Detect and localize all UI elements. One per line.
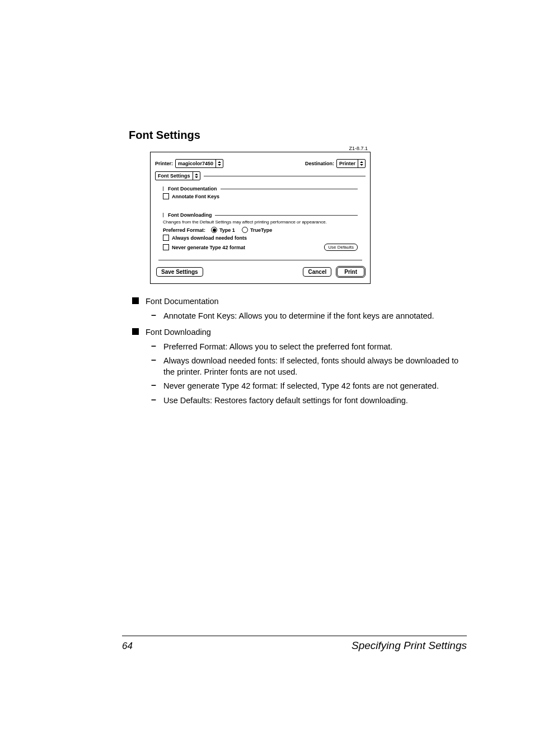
dash-bullet-icon: –	[151, 381, 157, 392]
dash-bullet-icon: –	[151, 356, 157, 377]
footer-title: Specifying Print Settings	[352, 640, 467, 652]
destination-select[interactable]: Printer	[336, 159, 366, 168]
dash-bullet-icon: –	[151, 311, 157, 322]
printer-label: Printer:	[155, 161, 173, 166]
list-item: – Use Defaults: Restores factory default…	[151, 395, 467, 407]
square-bullet-icon	[132, 328, 139, 335]
group-font-downloading: Font Downloading Changes from the Defaul…	[158, 209, 362, 256]
list-item: – Never generate Type 42 format: If sele…	[151, 381, 467, 392]
group-note: Changes from the Default Settings may af…	[163, 220, 358, 225]
checkbox-always-download[interactable]	[163, 235, 169, 241]
use-defaults-button[interactable]: Use Defaults	[324, 244, 358, 251]
checkbox-annotate-font-keys[interactable]	[163, 193, 169, 199]
footer-rule	[122, 636, 467, 636]
print-dialog: Z1-8.7.1 Printer: magicolor7450 Destinat…	[150, 152, 371, 284]
dash-bullet-icon: –	[151, 395, 157, 407]
print-button[interactable]: Print	[337, 267, 364, 277]
radio-truetype[interactable]	[242, 227, 248, 233]
destination-label: Destination:	[305, 161, 334, 166]
list-item: – Always download needed fonts: If selec…	[151, 356, 467, 377]
section-heading: Font Settings	[129, 129, 467, 142]
dialog-version: Z1-8.7.1	[349, 146, 368, 151]
checkbox-label: Annotate Font Keys	[172, 194, 219, 199]
list-item: Font Downloading	[129, 327, 467, 338]
destination-select-value: Printer	[339, 161, 358, 166]
cancel-button[interactable]: Cancel	[303, 267, 331, 277]
group-font-documentation: Font Documentation Annotate Font Keys	[158, 183, 362, 206]
square-bullet-icon	[132, 297, 139, 304]
radio-truetype-label: TrueType	[250, 227, 272, 233]
group-title: Font Documentation	[168, 186, 217, 192]
radio-type1-label: Type 1	[219, 227, 235, 233]
group-title: Font Downloading	[168, 212, 212, 218]
panel-select-value: Font Settings	[158, 173, 193, 179]
preferred-format-label: Preferred Format:	[163, 227, 205, 233]
save-settings-button[interactable]: Save Settings	[156, 267, 203, 277]
list-item: – Annotate Font Keys: Allows you to dete…	[151, 311, 467, 322]
checkbox-label: Never generate Type 42 format	[172, 245, 245, 250]
dash-bullet-icon: –	[151, 342, 157, 353]
checkbox-label: Always download needed fonts	[172, 235, 247, 241]
description-body: Font Documentation – Annotate Font Keys:…	[129, 296, 467, 407]
printer-select[interactable]: magicolor7450	[175, 159, 223, 168]
checkbox-never-type42[interactable]	[163, 244, 169, 250]
list-item: Font Documentation	[129, 296, 467, 307]
page-number: 64	[122, 641, 133, 652]
panel-select[interactable]: Font Settings	[155, 171, 200, 180]
spinner-icon	[216, 160, 223, 167]
spinner-icon	[358, 160, 365, 167]
list-item: – Preferred Format: Allows you to select…	[151, 342, 467, 353]
spinner-icon	[193, 172, 200, 180]
radio-type1[interactable]	[211, 227, 217, 233]
printer-select-value: magicolor7450	[178, 161, 216, 166]
